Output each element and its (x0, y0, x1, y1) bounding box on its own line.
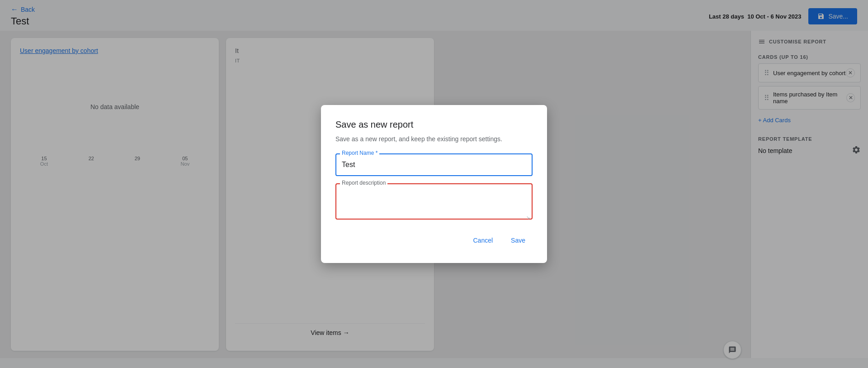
report-description-input[interactable] (335, 183, 533, 220)
report-description-label: Report description (340, 180, 387, 186)
resize-handle-icon: ↘ (526, 215, 531, 220)
report-name-label: Report Name * (340, 150, 379, 156)
page-background: ← Back Test Last 28 days 10 Oct - 6 Nov … (0, 0, 868, 368)
report-description-wrapper: Report description ↘ (335, 183, 533, 221)
dialog-actions: Cancel Save (335, 232, 533, 249)
report-name-input[interactable] (335, 153, 533, 176)
save-dialog: Save as new report Save as a new report,… (321, 105, 547, 263)
report-name-field-wrapper: Report Name * (335, 153, 533, 176)
dialog-overlay[interactable]: Save as new report Save as a new report,… (0, 0, 868, 368)
dialog-save-button[interactable]: Save (504, 232, 533, 249)
cancel-button[interactable]: Cancel (466, 232, 500, 249)
dialog-title: Save as new report (335, 119, 533, 130)
dialog-subtitle: Save as a new report, and keep the exist… (335, 135, 533, 143)
